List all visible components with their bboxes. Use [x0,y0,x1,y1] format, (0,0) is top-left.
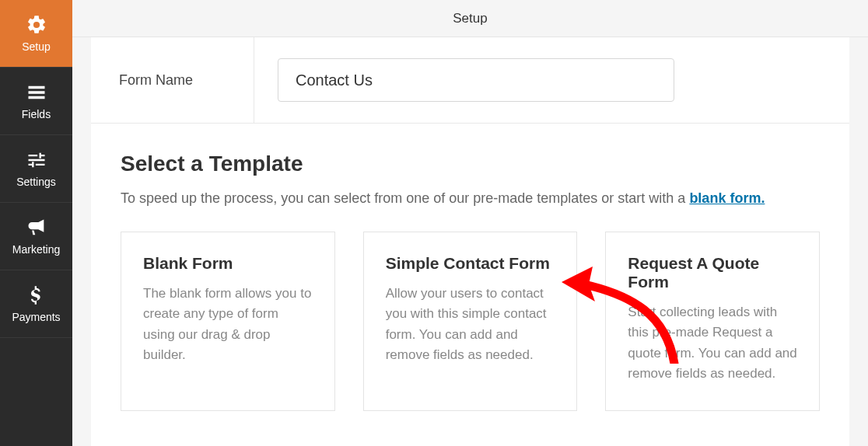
sidebar-item-label: Payments [12,311,60,323]
form-name-label: Form Name [119,72,193,89]
form-name-label-cell: Form Name [91,37,254,123]
content-panel: Form Name Select a Template To speed up … [91,37,849,446]
template-intro-text: To speed up the process, you can select … [121,190,689,206]
sidebar-item-payments[interactable]: Payments [0,270,72,338]
form-name-input-cell [254,37,849,123]
template-card-title: Request A Quote Form [628,254,797,291]
blank-form-link[interactable]: blank form. [689,190,765,206]
list-icon [26,82,47,103]
topbar: Setup [72,0,868,37]
form-name-row: Form Name [91,37,849,124]
sidebar-item-setup[interactable]: Setup [0,0,72,68]
template-card-blank[interactable]: Blank Form The blank form allows you to … [121,232,335,411]
template-card-desc: Start collecting leads with this pre-mad… [628,302,797,384]
sidebar-item-label: Fields [22,108,51,120]
template-card-desc: The blank form allows you to create any … [143,284,313,365]
sliders-icon [26,149,47,171]
sidebar-item-label: Settings [16,176,56,188]
bullhorn-icon [26,217,47,239]
template-card-title: Blank Form [143,254,313,273]
sidebar-item-label: Marketing [12,243,60,256]
gear-icon [26,14,47,36]
sidebar-item-fields[interactable]: Fields [0,68,72,135]
template-card-simple-contact[interactable]: Simple Contact Form Allow your users to … [363,232,578,411]
template-grid: Blank Form The blank form allows you to … [121,232,820,411]
content-wrap: Form Name Select a Template To speed up … [72,37,868,446]
sidebar-item-label: Setup [22,40,51,53]
dollar-icon [26,284,47,306]
template-card-title: Simple Contact Form [386,254,555,273]
template-section: Select a Template To speed up the proces… [91,124,849,411]
sidebar-item-settings[interactable]: Settings [0,135,72,203]
template-card-request-quote[interactable]: Request A Quote Form Start collecting le… [605,232,820,411]
template-card-desc: Allow your users to contact you with thi… [386,284,555,365]
page-title: Setup [453,11,487,26]
template-intro: To speed up the process, you can select … [121,190,820,207]
sidebar-item-marketing[interactable]: Marketing [0,203,72,270]
form-name-input[interactable] [278,58,674,102]
main-area: Setup Form Name Select a Template To spe… [72,0,868,446]
sidebar-nav: Setup Fields Settings Marketing Payments [0,0,72,446]
template-heading: Select a Template [121,152,820,176]
